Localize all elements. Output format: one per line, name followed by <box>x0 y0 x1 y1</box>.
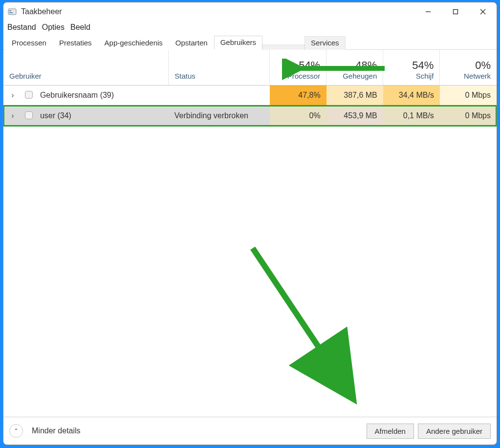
minimize-button[interactable] <box>414 2 442 21</box>
cell-cpu: 0% <box>270 106 326 126</box>
column-header-disk[interactable]: 54% Schijf <box>383 50 440 85</box>
column-header-network[interactable]: 0% Netwerk <box>440 50 497 85</box>
cell-net: 0 Mbps <box>440 106 497 126</box>
annotation-arrow-icon <box>238 243 375 409</box>
column-header-status[interactable]: Status <box>169 50 270 85</box>
menu-file[interactable]: Bestand <box>7 23 36 32</box>
user-name: user (34) <box>40 111 71 120</box>
chevron-right-icon[interactable]: › <box>9 91 16 100</box>
tab-details[interactable] <box>262 44 304 50</box>
user-status: Verbinding verbroken <box>169 106 270 126</box>
footer: ⌃ Minder details Afmelden Andere gebruik… <box>3 417 497 445</box>
task-manager-window: Taakbeheer Bestand Opties Beeld Processe… <box>3 2 497 445</box>
tab-startup[interactable]: Opstarten <box>169 36 214 50</box>
tab-users[interactable]: Gebruikers <box>214 36 262 50</box>
menu-options[interactable]: Opties <box>42 23 65 32</box>
titlebar: Taakbeheer <box>3 2 497 21</box>
svg-line-8 <box>253 248 350 395</box>
cell-mem: 453,9 MB <box>326 106 383 126</box>
user-icon <box>25 111 33 119</box>
users-panel: Gebruiker Status ⌄ 54% Processor 48% Geh… <box>3 50 497 417</box>
cell-mem: 387,6 MB <box>326 85 383 106</box>
cell-cpu: 47,8% <box>270 85 326 106</box>
window-title: Taakbeheer <box>21 7 62 16</box>
tab-services[interactable]: Services <box>304 36 346 50</box>
close-button[interactable] <box>469 2 497 21</box>
svg-rect-1 <box>9 10 11 11</box>
chevron-right-icon[interactable]: › <box>9 111 16 120</box>
svg-rect-0 <box>8 9 16 15</box>
tab-performance[interactable]: Prestaties <box>53 36 98 50</box>
menu-view[interactable]: Beeld <box>70 23 90 32</box>
fewer-details-label[interactable]: Minder details <box>32 427 81 435</box>
switch-user-button[interactable]: Andere gebruiker <box>418 424 491 439</box>
tab-app-history[interactable]: App-geschiedenis <box>98 36 169 50</box>
table-row[interactable]: › Gebruikersnaam (39) 47,8% 387,6 MB 34,… <box>3 85 497 106</box>
svg-rect-4 <box>454 10 458 14</box>
maximize-button[interactable] <box>442 2 469 21</box>
cell-net: 0 Mbps <box>440 85 497 106</box>
column-header-cpu[interactable]: ⌄ 54% Processor <box>270 50 326 85</box>
cell-disk: 0,1 MB/s <box>383 106 440 126</box>
users-table: Gebruiker Status ⌄ 54% Processor 48% Geh… <box>3 50 497 126</box>
tabstrip: Processen Prestaties App-geschiedenis Op… <box>3 35 497 50</box>
cell-disk: 34,4 MB/s <box>383 85 440 106</box>
column-header-memory[interactable]: 48% Geheugen <box>326 50 383 85</box>
table-row[interactable]: › user (34) Verbinding verbroken 0% 453,… <box>3 106 497 126</box>
user-status <box>169 85 270 106</box>
column-header-user[interactable]: Gebruiker <box>3 50 169 85</box>
svg-rect-2 <box>9 12 13 13</box>
user-icon <box>25 91 33 99</box>
fewer-details-toggle[interactable]: ⌃ <box>9 424 23 438</box>
app-icon <box>7 7 17 17</box>
logoff-button[interactable]: Afmelden <box>367 424 414 439</box>
user-name: Gebruikersnaam (39) <box>40 91 114 99</box>
chevron-up-icon: ⌃ <box>14 427 19 434</box>
tab-processes[interactable]: Processen <box>5 36 53 50</box>
menubar: Bestand Opties Beeld <box>3 21 497 35</box>
